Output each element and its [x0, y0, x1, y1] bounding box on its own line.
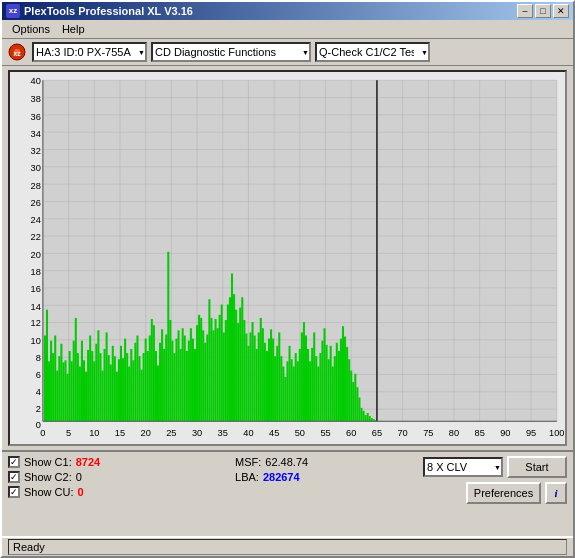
svg-text:90: 90	[500, 428, 510, 438]
toolbar-icon: xz	[6, 41, 28, 63]
svg-text:70: 70	[397, 428, 407, 438]
svg-rect-132	[132, 361, 134, 422]
svg-rect-109	[85, 372, 87, 422]
drive-select[interactable]: HA:3 ID:0 PX-755A	[32, 42, 147, 62]
close-button[interactable]: ✕	[553, 4, 569, 18]
c2-value: 0	[76, 471, 82, 483]
svg-rect-235	[344, 337, 346, 422]
svg-rect-208	[289, 346, 291, 421]
test-select[interactable]: Q-Check C1/C2 Test	[315, 42, 430, 62]
svg-rect-222	[317, 367, 319, 422]
svg-rect-206	[284, 377, 286, 421]
svg-text:36: 36	[31, 112, 41, 122]
test-select-wrapper[interactable]: Q-Check C1/C2 Test	[315, 42, 430, 62]
svg-rect-245	[365, 416, 367, 422]
svg-rect-216	[305, 336, 307, 422]
show-c2-checkbox[interactable]: ✓	[8, 471, 20, 483]
title-controls: – □ ✕	[517, 4, 569, 18]
svg-rect-184	[239, 308, 241, 422]
status-bar: Ready	[2, 536, 573, 556]
info-button[interactable]: i	[545, 482, 567, 504]
svg-rect-213	[299, 349, 301, 421]
msf-row: MSF: 62.48.74	[235, 456, 308, 468]
chart-svg: 40 38 36 34 32 30 28 26 24 22 20 18 16 1…	[10, 72, 565, 444]
svg-text:6: 6	[36, 370, 41, 380]
maximize-button[interactable]: □	[535, 4, 551, 18]
svg-rect-185	[241, 298, 243, 422]
svg-text:28: 28	[31, 181, 41, 191]
svg-rect-123	[114, 357, 116, 422]
drive-select-wrapper[interactable]: HA:3 ID:0 PX-755A	[32, 42, 147, 62]
svg-rect-127	[122, 359, 124, 422]
svg-text:12: 12	[31, 319, 41, 329]
c1-value: 8724	[76, 456, 100, 468]
svg-text:14: 14	[31, 302, 41, 312]
svg-text:10: 10	[89, 428, 99, 438]
svg-text:xz: xz	[13, 50, 21, 57]
svg-rect-214	[301, 333, 303, 422]
svg-rect-100	[67, 374, 69, 422]
preferences-button[interactable]: Preferences	[466, 482, 541, 504]
svg-rect-131	[130, 349, 132, 421]
svg-rect-217	[307, 349, 309, 421]
show-cu-checkbox[interactable]: ✓	[8, 486, 20, 498]
svg-rect-191	[254, 336, 256, 422]
minimize-button[interactable]: –	[517, 4, 533, 18]
svg-rect-165	[200, 318, 202, 421]
svg-text:60: 60	[346, 428, 356, 438]
svg-text:50: 50	[295, 428, 305, 438]
svg-rect-150	[169, 320, 171, 421]
menu-bar: Options Help	[2, 20, 573, 40]
stats-mid: MSF: 62.48.74 LBA: 282674	[235, 456, 308, 483]
svg-rect-112	[91, 351, 93, 421]
svg-text:8: 8	[36, 354, 41, 364]
cu-row: ✓ Show CU: 0	[8, 486, 100, 498]
svg-rect-173	[217, 329, 219, 422]
svg-rect-164	[198, 315, 200, 421]
svg-rect-226	[326, 345, 328, 421]
svg-rect-218	[309, 362, 311, 422]
msf-value: 62.48.74	[265, 456, 308, 468]
svg-rect-203	[278, 333, 280, 422]
svg-rect-126	[120, 346, 122, 421]
svg-rect-149	[167, 252, 169, 421]
svg-rect-204	[280, 357, 282, 422]
svg-text:30: 30	[31, 164, 41, 174]
svg-rect-130	[128, 367, 130, 422]
svg-rect-157	[184, 336, 186, 422]
svg-text:5: 5	[66, 428, 71, 438]
show-c1-checkbox[interactable]: ✓	[8, 456, 20, 468]
svg-text:35: 35	[218, 428, 228, 438]
svg-rect-200	[272, 339, 274, 422]
svg-text:24: 24	[31, 215, 41, 225]
svg-rect-178	[227, 305, 229, 422]
svg-rect-195	[262, 329, 264, 422]
msf-label: MSF:	[235, 456, 261, 468]
svg-rect-243	[360, 408, 362, 421]
svg-rect-196	[264, 343, 266, 422]
svg-rect-181	[233, 295, 235, 422]
speed-select-wrapper[interactable]: 8 X CLV 4 X CLV 2 X CLV 1 X CLV	[423, 457, 503, 477]
svg-rect-101	[69, 351, 71, 421]
bottom-panel: ✓ Show C1: 8724 ✓ Show C2: 0 ✓ Show CU: …	[2, 450, 573, 536]
svg-rect-133	[134, 343, 136, 422]
menu-help[interactable]: Help	[56, 21, 91, 37]
svg-rect-171	[212, 331, 214, 422]
svg-text:55: 55	[320, 428, 330, 438]
svg-rect-116	[99, 354, 101, 422]
start-button[interactable]: Start	[507, 456, 567, 478]
svg-rect-172	[215, 319, 217, 421]
svg-text:18: 18	[31, 267, 41, 277]
function-select-wrapper[interactable]: CD Diagnostic Functions	[151, 42, 311, 62]
menu-options[interactable]: Options	[6, 21, 56, 37]
svg-rect-227	[328, 360, 330, 422]
svg-text:0: 0	[40, 428, 45, 438]
toolbar: xz HA:3 ID:0 PX-755A CD Diagnostic Funct…	[2, 39, 573, 66]
svg-rect-146	[161, 330, 163, 422]
svg-rect-128	[124, 339, 126, 422]
svg-rect-117	[101, 371, 103, 422]
function-select[interactable]: CD Diagnostic Functions	[151, 42, 311, 62]
svg-rect-232	[338, 351, 340, 421]
speed-select[interactable]: 8 X CLV 4 X CLV 2 X CLV 1 X CLV	[423, 457, 503, 477]
svg-rect-91	[48, 362, 50, 422]
